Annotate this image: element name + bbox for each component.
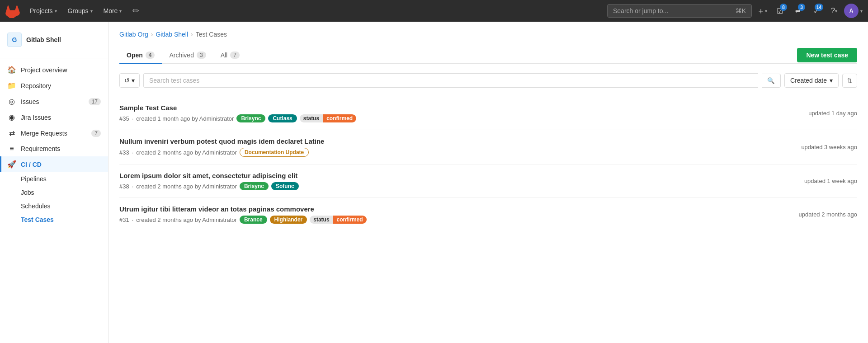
merge-requests-button[interactable]: ⇌ 3 [790, 3, 806, 19]
sidebar-item-ci-cd[interactable]: 🚀 CI / CD [0, 156, 108, 172]
cicd-icon: 🚀 [7, 160, 16, 169]
user-avatar[interactable]: A [844, 4, 859, 18]
test-case-meta: #31 · created 2 months ago by Administra… [119, 216, 792, 224]
sidebar-item-project-overview[interactable]: 🏠 Project overview [0, 62, 108, 78]
label-brance[interactable]: Brance [240, 216, 267, 224]
filter-history-button[interactable]: ↺ ▾ [119, 73, 140, 88]
sidebar-cicd-subitems: Pipelines Jobs Schedules Test Cases [0, 172, 108, 226]
test-cases-list: Sample Test Case #35 · created 1 month a… [119, 97, 857, 231]
test-case-number: #33 [119, 149, 129, 156]
more-chevron-icon: ▾ [119, 9, 122, 14]
label-brisync-2[interactable]: Brisync [240, 182, 269, 190]
label-brisync[interactable]: Brisync [236, 114, 265, 122]
merge-requests-icon: ⇄ [7, 129, 16, 137]
breadcrumb-sep-2: › [191, 31, 193, 38]
global-search-input[interactable] [613, 7, 732, 14]
label-status-confirmed-2[interactable]: status confirmed [310, 216, 366, 224]
label-status-val-2: confirmed [333, 216, 367, 224]
sort-order-button[interactable]: ⇅ [842, 74, 857, 88]
search-test-cases-button[interactable]: 🔍 [762, 74, 781, 88]
sort-chevron-icon: ▾ [830, 77, 833, 84]
sidebar-project-name: Gitlab Shell [26, 36, 61, 43]
sidebar-item-jira-issues[interactable]: ◉ Jira Issues [0, 109, 108, 125]
test-case-updated: updated 2 months ago [792, 211, 857, 218]
sidebar-divider [0, 58, 108, 58]
test-case-content: Sample Test Case #35 · created 1 month a… [119, 104, 801, 122]
sidebar-item-merge-requests[interactable]: ⇄ Merge Requests 7 [0, 125, 108, 141]
test-case-content: Utrum igitur tibi litteram videor an tot… [119, 205, 792, 224]
page-layout: G Gitlab Shell 🏠 Project overview 📁 Repo… [0, 22, 868, 343]
todo-button[interactable]: ☑ 8 [772, 3, 788, 19]
label-highlander[interactable]: Highlander [270, 216, 307, 224]
projects-chevron-icon: ▾ [55, 9, 57, 14]
pin-icon[interactable]: ✏ [128, 3, 144, 19]
sidebar-item-requirements[interactable]: ≡ Requirements [0, 141, 108, 156]
filter-history-chevron-icon: ▾ [132, 77, 135, 84]
test-case-title[interactable]: Nullum inveniri verbum potest quod magis… [119, 137, 794, 145]
gitlab-logo[interactable] [5, 4, 20, 18]
breadcrumb-gitlab-shell[interactable]: Gitlab Shell [156, 31, 188, 38]
sidebar-item-pipelines[interactable]: Pipelines [21, 172, 108, 186]
plus-icon: ＋ [757, 5, 765, 16]
breadcrumb-gitlab-org[interactable]: Gitlab Org [119, 31, 148, 38]
label-cutlass[interactable]: Cutlass [268, 114, 297, 122]
groups-chevron-icon: ▾ [90, 9, 93, 14]
test-case-meta: #38 · created 2 months ago by Administra… [119, 182, 797, 190]
tab-archived[interactable]: Archived 3 [162, 47, 213, 64]
filter-bar: ↺ ▾ 🔍 Created date ▾ ⇅ [119, 73, 857, 88]
test-case-creation-info: created 2 months ago by Administrator [136, 216, 237, 223]
test-case-number: #38 [119, 183, 129, 190]
sidebar-item-jobs[interactable]: Jobs [21, 186, 108, 199]
tab-open[interactable]: Open 4 [119, 47, 162, 64]
test-case-updated: updated 1 week ago [797, 178, 857, 184]
label-sofunc[interactable]: Sofunc [271, 182, 299, 190]
repository-icon: 📁 [7, 81, 16, 90]
create-new-button[interactable]: ＋ ▾ [754, 3, 770, 19]
test-case-content: Nullum inveniri verbum potest quod magis… [119, 137, 794, 157]
search-kbd-hint: ⌘K [736, 7, 746, 14]
issues-button[interactable]: ✓ 14 [808, 3, 824, 19]
issues-icon: ◎ [7, 97, 16, 106]
nav-projects[interactable]: Projects ▾ [25, 5, 61, 17]
search-icon: 🔍 [767, 77, 775, 84]
test-case-content: Lorem ipsum dolor sit amet, consectetur … [119, 172, 797, 190]
sort-dropdown-button[interactable]: Created date ▾ [784, 73, 839, 88]
history-icon: ↺ [124, 77, 130, 84]
topnav-icon-group: ＋ ▾ ☑ 8 ⇌ 3 ✓ 14 ? ▾ A ▾ [754, 3, 863, 19]
tab-all[interactable]: All 7 [213, 47, 247, 64]
global-search-box[interactable]: ⌘K [607, 4, 752, 18]
breadcrumb: Gitlab Org › Gitlab Shell › Test Cases [119, 31, 857, 38]
test-case-title[interactable]: Lorem ipsum dolor sit amet, consectetur … [119, 172, 797, 179]
sort-order-icon: ⇅ [847, 77, 852, 84]
breadcrumb-sep-1: › [151, 31, 153, 38]
test-case-title[interactable]: Sample Test Case [119, 104, 801, 112]
label-status-key: status [300, 114, 323, 122]
search-test-cases-box[interactable] [143, 73, 758, 88]
sidebar-item-issues[interactable]: ◎ Issues 17 [0, 94, 108, 109]
search-test-cases-input[interactable] [149, 77, 753, 84]
help-chevron-icon: ▾ [835, 9, 837, 14]
new-test-case-button[interactable]: New test case [797, 48, 857, 62]
nav-more[interactable]: More ▾ [99, 5, 127, 17]
label-status-val: confirmed [323, 114, 356, 122]
test-case-creation-info: created 2 months ago by Administrator [136, 149, 237, 156]
create-chevron-icon: ▾ [765, 9, 767, 14]
breadcrumb-test-cases: Test Cases [196, 31, 227, 38]
sidebar-item-schedules[interactable]: Schedules [21, 199, 108, 213]
topnav: Projects ▾ Groups ▾ More ▾ ✏ ⌘K ＋ ▾ ☑ 8 … [0, 0, 868, 22]
test-case-creation-info: created 1 month ago by Administrator [136, 115, 234, 122]
tabs-action-area: New test case [797, 48, 857, 62]
main-content: Gitlab Org › Gitlab Shell › Test Cases O… [108, 22, 868, 343]
jira-icon: ◉ [7, 113, 16, 122]
project-avatar: G [7, 33, 22, 47]
label-status-confirmed[interactable]: status confirmed [300, 114, 356, 122]
sidebar: G Gitlab Shell 🏠 Project overview 📁 Repo… [0, 22, 108, 343]
nav-groups[interactable]: Groups ▾ [63, 5, 97, 17]
sidebar-item-repository[interactable]: 📁 Repository [0, 78, 108, 94]
sidebar-item-test-cases[interactable]: Test Cases [21, 213, 108, 226]
test-case-number: #35 [119, 115, 129, 122]
label-doc-update[interactable]: Documentation Update [240, 148, 309, 157]
table-row: Sample Test Case #35 · created 1 month a… [119, 97, 857, 130]
help-button[interactable]: ? ▾ [826, 3, 842, 19]
test-case-title[interactable]: Utrum igitur tibi litteram videor an tot… [119, 205, 792, 213]
